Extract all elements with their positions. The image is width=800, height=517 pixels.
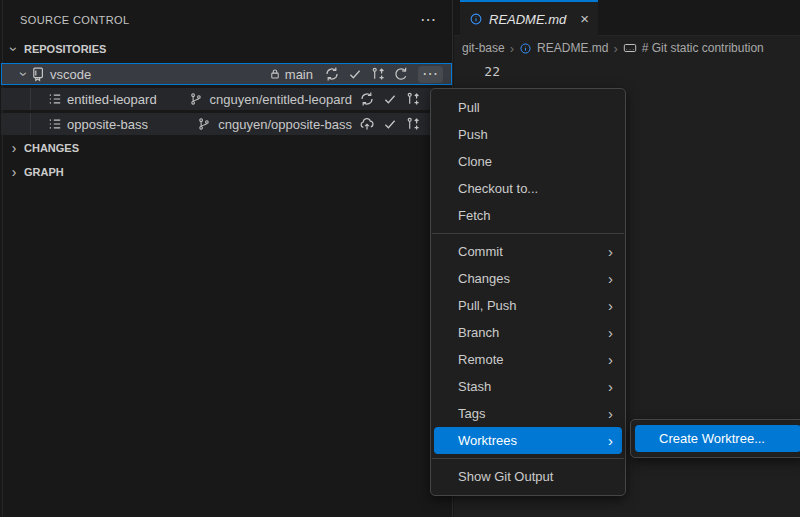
source-control-titlebar: SOURCE CONTROL ⋯ <box>0 6 453 34</box>
menu-item-remote[interactable]: Remote› <box>434 346 622 373</box>
chevron-right-icon: › <box>608 271 613 286</box>
chevron-right-icon: › <box>8 142 20 154</box>
lock-icon <box>268 67 282 81</box>
list-tree-icon <box>47 91 63 107</box>
menu-item-fetch[interactable]: Fetch <box>434 202 622 229</box>
chevron-right-icon: › <box>510 41 514 56</box>
repo-icon <box>30 66 46 82</box>
views-more-actions-button[interactable]: ⋯ <box>416 11 441 30</box>
menu-item-pull[interactable]: Pull <box>434 94 622 121</box>
menu-item-show-git-output[interactable]: Show Git Output <box>434 463 622 490</box>
ellipsis-icon: ⋯ <box>422 65 439 82</box>
breadcrumb-file[interactable]: README.md <box>537 41 608 55</box>
chevron-right-icon: › <box>608 298 613 313</box>
chevron-right-icon: › <box>608 433 613 448</box>
menu-item-push[interactable]: Push <box>434 121 622 148</box>
cloud-upload-icon[interactable] <box>359 116 375 132</box>
breadcrumb: git-base › README.md › # Git static cont… <box>454 36 800 60</box>
source-control-panel: SOURCE CONTROL ⋯ › REPOSITORIES › vscode… <box>0 0 453 517</box>
graph-section-header[interactable]: › GRAPH <box>1 161 452 183</box>
sync-icon[interactable] <box>324 66 340 82</box>
breadcrumb-folder[interactable]: git-base <box>462 41 505 55</box>
breadcrumb-symbol[interactable]: # Git static contribution <box>642 41 764 55</box>
changes-header-label: CHANGES <box>24 142 79 154</box>
menu-item-commit[interactable]: Commit› <box>434 238 622 265</box>
repositories-section-header[interactable]: › REPOSITORIES <box>1 38 452 60</box>
menu-item-clone[interactable]: Clone <box>434 148 622 175</box>
create-branch-icon[interactable] <box>405 91 421 107</box>
create-branch-icon[interactable] <box>405 116 421 132</box>
chevron-right-icon: › <box>608 244 613 259</box>
create-branch-icon[interactable] <box>370 66 386 82</box>
repo-name: vscode <box>50 67 91 82</box>
check-icon[interactable] <box>382 116 398 132</box>
close-icon[interactable]: × <box>580 12 589 26</box>
info-icon <box>469 12 483 26</box>
list-tree-icon <box>47 116 63 132</box>
chevron-right-icon: › <box>613 41 617 56</box>
menu-item-create-worktree[interactable]: Create Worktree... <box>635 425 800 452</box>
info-icon <box>519 42 532 55</box>
git-branch-icon <box>197 117 211 131</box>
repo-name: entitled-leopard <box>67 92 157 107</box>
menu-item-tags[interactable]: Tags› <box>434 400 622 427</box>
menu-item-checkout[interactable]: Checkout to... <box>434 175 622 202</box>
chevron-right-icon: › <box>8 166 20 178</box>
chevron-right-icon: › <box>608 325 613 340</box>
menu-separator <box>432 233 624 234</box>
repo-row-opposite-bass[interactable]: opposite-bass cnguyen/opposite-bass <box>1 113 452 135</box>
panel-title: SOURCE CONTROL <box>20 14 130 26</box>
check-icon[interactable] <box>382 91 398 107</box>
tab-bar: README.md × <box>454 0 800 36</box>
discard-icon[interactable] <box>393 66 409 82</box>
tab-title: README.md <box>489 12 566 27</box>
menu-separator <box>432 458 624 459</box>
sync-icon[interactable] <box>359 91 375 107</box>
ellipsis-icon: ⋯ <box>420 11 437 28</box>
repositories-header-label: REPOSITORIES <box>24 43 106 55</box>
repo-more-actions-button[interactable]: ⋯ <box>418 66 443 83</box>
repo-name: opposite-bass <box>67 117 148 132</box>
symbol-string-icon <box>623 41 637 55</box>
remote-branch-name: cnguyen/opposite-bass <box>218 117 352 132</box>
graph-header-label: GRAPH <box>24 166 64 178</box>
menu-item-stash[interactable]: Stash› <box>434 373 622 400</box>
line-number: 22 <box>470 64 500 79</box>
menu-item-branch[interactable]: Branch› <box>434 319 622 346</box>
git-branch-icon <box>189 92 203 106</box>
chevron-down-icon[interactable]: › <box>18 68 30 80</box>
menu-item-worktrees[interactable]: Worktrees› <box>434 427 622 454</box>
branch-status[interactable]: main <box>268 67 313 82</box>
menu-item-pull-push[interactable]: Pull, Push› <box>434 292 622 319</box>
chevron-right-icon: › <box>608 406 613 421</box>
branch-name: main <box>285 67 313 82</box>
menu-item-changes[interactable]: Changes› <box>434 265 622 292</box>
check-icon[interactable] <box>347 66 363 82</box>
repo-row-vscode[interactable]: › vscode main ⋯ <box>1 63 452 85</box>
changes-section-header[interactable]: › CHANGES <box>1 137 452 159</box>
chevron-down-icon: › <box>8 43 20 55</box>
chevron-right-icon: › <box>608 352 613 367</box>
tab-readme[interactable]: README.md × <box>460 0 598 36</box>
chevron-right-icon: › <box>608 379 613 394</box>
remote-branch-name: cnguyen/entitled-leopard <box>210 92 352 107</box>
repository-context-menu: Pull Push Clone Checkout to... Fetch Com… <box>430 88 626 496</box>
worktrees-submenu: Create Worktree... <box>630 419 800 458</box>
repo-row-entitled-leopard[interactable]: entitled-leopard cnguyen/entitled-leopar… <box>1 88 452 110</box>
